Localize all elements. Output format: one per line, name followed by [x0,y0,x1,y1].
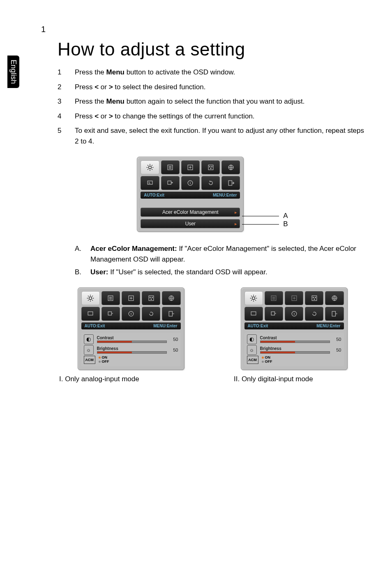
color-icon [201,160,220,174]
page-title: How to adjust a setting [58,39,367,60]
svg-point-0 [149,166,152,169]
label-line-a: A [242,212,288,220]
step-item: To exit and save, select the exit functi… [58,125,367,146]
reset-icon [305,307,323,321]
brightness-icon [81,291,100,305]
exit-icon [221,176,240,190]
osd-footer-left: AUTO:Exit [248,324,268,328]
input-icon [161,176,180,190]
step-item: Press < or > to change the settings of t… [58,111,367,122]
info-icon [285,307,303,321]
acm-row: ACM ON OFF [84,356,178,364]
svg-rect-23 [169,311,172,316]
explanation-list: A. Acer eColor Management: If "Acer eCol… [75,243,367,278]
exit-icon [325,307,344,321]
reset-icon [142,307,160,321]
acm-icon: ACM [247,356,258,364]
osd-icon [141,176,159,190]
input-icon [101,307,120,321]
info-icon [122,307,140,321]
osd-icon [244,307,263,321]
explain-item-a: A. Acer eColor Management: If "Acer eCol… [75,243,367,264]
label-line-b: B [242,220,288,228]
acm-row: ACM ON OFF [247,356,341,364]
svg-rect-9 [168,181,171,184]
osd-tab-row-2 [141,176,240,190]
svg-rect-35 [332,311,335,316]
panel-captions: I. Only analog-input mode II. Only digit… [58,375,367,383]
svg-rect-33 [271,312,274,315]
position-icon [122,291,140,305]
osd-panel-analog: AUTO:Exit MENU:Enter ◐ Contrast 50 ☼ [78,287,184,370]
brightness-icon: ☼ [247,345,257,355]
step-item: Press < or > to select the desired funct… [58,82,367,93]
osd-footer-left: AUTO:Exit [85,324,105,328]
menu-icon [265,291,283,305]
svg-rect-21 [108,312,111,315]
osd-settings-area: ◐ Contrast 50 ☼ Brightness 50 [81,333,181,366]
osd-option-b: User▸ [141,219,240,228]
osd-settings-area: ◐ Contrast 50 ☼ Brightness 50 [244,333,344,366]
svg-point-5 [211,166,212,167]
osd-panel-digital: AUTO:Exit MENU:Enter ◐ Contrast 50 ☼ [241,287,348,370]
osd-option-a: Acer eColor Management▸ [141,208,240,217]
contrast-icon: ◐ [247,334,257,344]
osd-footer-right: MENU:Enter [213,193,237,197]
svg-point-29 [315,297,316,298]
position-icon [181,160,200,174]
svg-rect-8 [148,181,152,184]
osd-footer-bar: AUTO:Exit MENU:Enter [141,192,240,199]
brightness-icon: ☼ [84,345,94,355]
caption-analog: I. Only analog-input mode [58,375,193,383]
position-icon [285,291,303,305]
osd-footer-right: MENU:Enter [153,324,177,328]
svg-point-24 [252,297,255,299]
brightness-icon [244,291,263,305]
arrow-right-icon: ▸ [235,221,237,227]
color-icon [305,291,323,305]
globe-icon [221,160,240,174]
svg-point-16 [150,297,150,298]
brightness-row: ☼ Brightness 50 [84,345,178,355]
step-item: Press the Menu button again to select th… [58,96,367,107]
brightness-icon [141,160,159,174]
svg-rect-32 [251,312,256,315]
svg-point-12 [89,297,92,299]
arrow-right-icon: ▸ [235,210,237,215]
acm-icon: ACM [84,356,95,364]
steps-list: Press the Menu button to activate the OS… [58,67,367,146]
osd-label-stack: A B [242,212,288,228]
osd-footer-left: AUTO:Exit [144,193,164,197]
svg-rect-11 [228,181,232,185]
osd-tab-row-1 [141,160,240,174]
globe-icon [325,291,344,305]
contrast-row: ◐ Contrast 50 [247,334,341,344]
osd-illustration-main: AUTO:Exit MENU:Enter Acer eColor Managem… [58,157,367,232]
brightness-row: ☼ Brightness 50 [247,345,341,355]
osd-footer-right: MENU:Enter [316,324,340,328]
osd-icon [81,307,100,321]
lower-panels: AUTO:Exit MENU:Enter ◐ Contrast 50 ☼ [58,287,367,370]
menu-icon [101,291,120,305]
svg-rect-20 [88,312,93,315]
input-icon [265,307,283,321]
svg-point-18 [151,299,152,299]
reset-icon [201,176,220,190]
menu-icon [161,160,180,174]
svg-point-6 [210,168,211,169]
page-content: How to adjust a setting Press the Menu b… [58,0,367,383]
globe-icon [162,291,180,305]
contrast-icon: ◐ [84,334,94,344]
svg-point-28 [313,297,314,298]
caption-digital: II. Only digital-input mode [209,375,367,383]
page-number: 1 [41,25,46,34]
svg-point-30 [314,299,315,299]
svg-point-17 [152,297,152,298]
color-icon [142,291,160,305]
explain-item-b: B. User: If "User" is selected, the stan… [75,267,367,278]
language-side-tab: English [7,56,19,88]
step-item: Press the Menu button to activate the OS… [58,67,367,78]
contrast-row: ◐ Contrast 50 [84,334,178,344]
svg-point-4 [209,166,210,167]
osd-panel: AUTO:Exit MENU:Enter Acer eColor Managem… [137,157,244,232]
